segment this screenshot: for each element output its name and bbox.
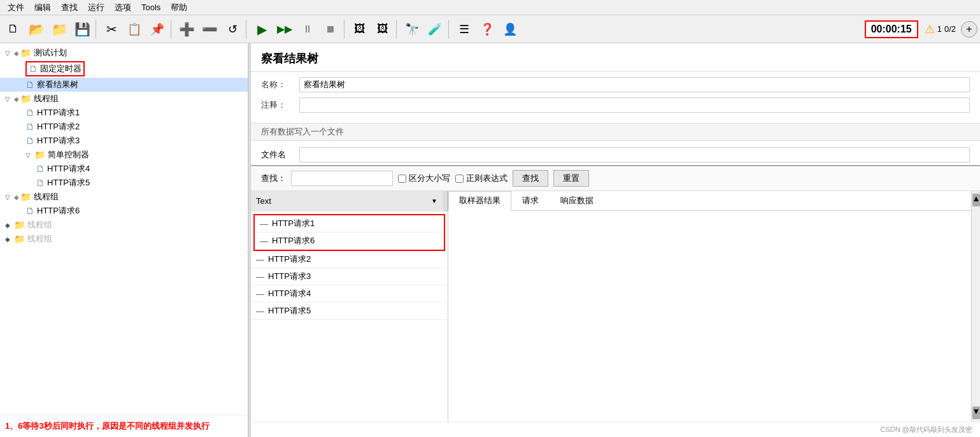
stop-button[interactable]: ⏹ bbox=[320, 18, 341, 40]
result-label-http6: HTTP请求6 bbox=[272, 235, 315, 247]
result-item-http6[interactable]: — HTTP请求6 bbox=[255, 233, 444, 250]
menu-file[interactable]: 文件 bbox=[3, 1, 29, 15]
menu-find[interactable]: 查找 bbox=[56, 1, 83, 15]
result-item-http3[interactable]: — HTTP请求3 bbox=[251, 268, 448, 285]
tab-request[interactable]: 请求 bbox=[511, 191, 550, 210]
result-item-http5[interactable]: — HTTP请求5 bbox=[251, 303, 448, 320]
tree-item-simple-controller[interactable]: ▽ 📁 简单控制器 bbox=[0, 148, 248, 162]
panel-title: 察看结果树 bbox=[251, 43, 980, 72]
new-button[interactable]: 🗋 bbox=[3, 18, 24, 40]
name-input[interactable] bbox=[299, 77, 970, 92]
http3-label: HTTP请求3 bbox=[37, 135, 80, 147]
thread-group-3-label: 线程组 bbox=[27, 219, 52, 231]
right-scrollbar[interactable]: ▲ ▼ bbox=[971, 191, 980, 422]
copy-button[interactable]: 📋 bbox=[124, 18, 145, 40]
regex-checkbox[interactable] bbox=[455, 175, 464, 183]
file-icon-http3: 🗋 bbox=[25, 136, 34, 146]
save-button[interactable]: 💾 bbox=[71, 18, 93, 40]
tree-root[interactable]: ▽ ◆ 📁 测试计划 bbox=[0, 46, 248, 60]
form-section: 名称： 注释： bbox=[251, 72, 980, 123]
log-viewer-button[interactable]: ☰ bbox=[453, 18, 475, 40]
file-row: 文件名 bbox=[251, 145, 980, 165]
thread-group-1-label: 线程组 bbox=[34, 93, 59, 104]
result-item-http4[interactable]: — HTTP请求4 bbox=[251, 285, 448, 303]
function-helper-button[interactable]: 🧪 bbox=[424, 18, 446, 40]
diamond-icon-tg1: ◆ bbox=[14, 96, 19, 103]
regex-checkbox-group: 正则表达式 bbox=[455, 173, 508, 184]
remote-start-button[interactable]: 🖼 bbox=[349, 18, 371, 40]
menu-help[interactable]: 帮助 bbox=[166, 1, 192, 15]
name-label: 名称： bbox=[261, 79, 299, 90]
result-label-http3: HTTP请求3 bbox=[268, 271, 311, 282]
toolbar-sep-1 bbox=[96, 20, 98, 39]
tree-item-thread-group-1[interactable]: ▽ ◆ 📁 线程组 bbox=[0, 92, 248, 106]
remote-stop-button[interactable]: 🖼 bbox=[372, 18, 394, 40]
case-label: 区分大小写 bbox=[409, 173, 450, 184]
tree-item-http4[interactable]: 🗋 HTTP请求4 bbox=[0, 162, 248, 176]
tree-item-fixed-timer[interactable]: 🗋 固定定时器 bbox=[0, 60, 248, 78]
tab-content bbox=[448, 211, 971, 422]
paste-button[interactable]: 📌 bbox=[146, 18, 168, 40]
scroll-down-btn[interactable]: ▼ bbox=[972, 406, 980, 419]
tree-item-http2[interactable]: 🗋 HTTP请求2 bbox=[0, 120, 248, 134]
tree-item-http3[interactable]: 🗋 HTTP请求3 bbox=[0, 134, 248, 148]
tree-item-http5[interactable]: 🗋 HTTP请求5 bbox=[0, 176, 248, 190]
toolbar-sep-3 bbox=[246, 20, 248, 39]
remove-element-button[interactable]: ➖ bbox=[199, 18, 220, 40]
tree-item-thread-group-2[interactable]: ▽ ◆ 📁 线程组 bbox=[0, 190, 248, 204]
pause-button[interactable]: ⏸ bbox=[297, 18, 318, 40]
tree-item-http6[interactable]: 🗋 HTTP请求6 bbox=[0, 204, 248, 218]
progress-display: 0/2 bbox=[944, 24, 956, 34]
tree-item-results-tree[interactable]: 🗋 察看结果树 bbox=[0, 78, 248, 92]
results-dropdown[interactable]: Text ▼ bbox=[251, 191, 443, 211]
search-button[interactable]: 🔭 bbox=[401, 18, 423, 40]
menu-run[interactable]: 运行 bbox=[83, 1, 110, 15]
cut-button[interactable]: ✂ bbox=[101, 18, 122, 40]
menu-tools[interactable]: Tools bbox=[136, 1, 166, 13]
file-input[interactable] bbox=[299, 147, 970, 162]
result-item-http2[interactable]: — HTTP请求2 bbox=[251, 251, 448, 268]
expand-icon-tg3: ◆ bbox=[5, 222, 13, 229]
thread-group-4-label: 线程组 bbox=[27, 233, 52, 245]
search-bar: 查找： 区分大小写 正则表达式 查找 重置 bbox=[251, 165, 980, 191]
divider-handle[interactable] bbox=[443, 191, 448, 211]
folder-icon-tg2: 📁 bbox=[20, 192, 31, 202]
expand-icon-tg2: ▽ bbox=[5, 194, 13, 201]
add-circle-button[interactable]: + bbox=[961, 21, 977, 38]
help-button[interactable]: ❓ bbox=[476, 18, 498, 40]
tab-response-data[interactable]: 响应数据 bbox=[550, 191, 604, 210]
add-element-button[interactable]: ➕ bbox=[176, 18, 197, 40]
open2-button[interactable]: 📁 bbox=[48, 18, 70, 40]
comment-input[interactable] bbox=[299, 97, 970, 113]
tabs-bar: 取样器结果 请求 响应数据 bbox=[448, 191, 971, 211]
case-checkbox[interactable] bbox=[398, 175, 406, 183]
tree-item-http1[interactable]: 🗋 HTTP请求1 bbox=[0, 106, 248, 120]
tab-sampler-results[interactable]: 取样器结果 bbox=[448, 191, 511, 211]
fixed-timer-label: 固定定时器 bbox=[40, 63, 82, 75]
left-panel: ▽ ◆ 📁 测试计划 🗋 固定定时器 bbox=[0, 43, 248, 437]
search-input[interactable] bbox=[291, 171, 393, 186]
toolbar-sep-4 bbox=[344, 20, 346, 39]
open-button[interactable]: 📂 bbox=[25, 18, 47, 40]
find-button[interactable]: 查找 bbox=[513, 170, 548, 187]
name-row: 名称： bbox=[261, 77, 970, 92]
case-checkbox-group: 区分大小写 bbox=[398, 173, 450, 184]
thread-group-2-label: 线程组 bbox=[34, 191, 59, 203]
dash-http3: — bbox=[256, 272, 264, 282]
menu-options[interactable]: 选项 bbox=[110, 1, 136, 15]
http6-label: HTTP请求6 bbox=[37, 205, 80, 217]
bottom-annotation: 1、6等待3秒后同时执行，原因是不同的线程组并发执行 bbox=[0, 415, 248, 437]
http2-label: HTTP请求2 bbox=[37, 121, 80, 133]
scroll-up-btn[interactable]: ▲ bbox=[972, 194, 980, 206]
clear-button[interactable]: ↺ bbox=[222, 18, 243, 40]
menu-edit[interactable]: 编辑 bbox=[29, 1, 56, 15]
result-item-http1[interactable]: — HTTP请求1 bbox=[255, 215, 444, 233]
reset-button[interactable]: 重置 bbox=[553, 170, 589, 187]
play-no-pause-button[interactable]: ▶▶ bbox=[274, 18, 295, 40]
file-label: 文件名 bbox=[261, 149, 299, 161]
play-button[interactable]: ▶ bbox=[251, 18, 273, 40]
tree-item-thread-group-3[interactable]: ◆ 📁 线程组 bbox=[0, 218, 248, 232]
menu-bar: 文件 编辑 查找 运行 选项 Tools 帮助 bbox=[0, 0, 980, 15]
tree-item-thread-group-4[interactable]: ◆ 📁 线程组 bbox=[0, 232, 248, 246]
about-button[interactable]: 👤 bbox=[499, 18, 521, 40]
